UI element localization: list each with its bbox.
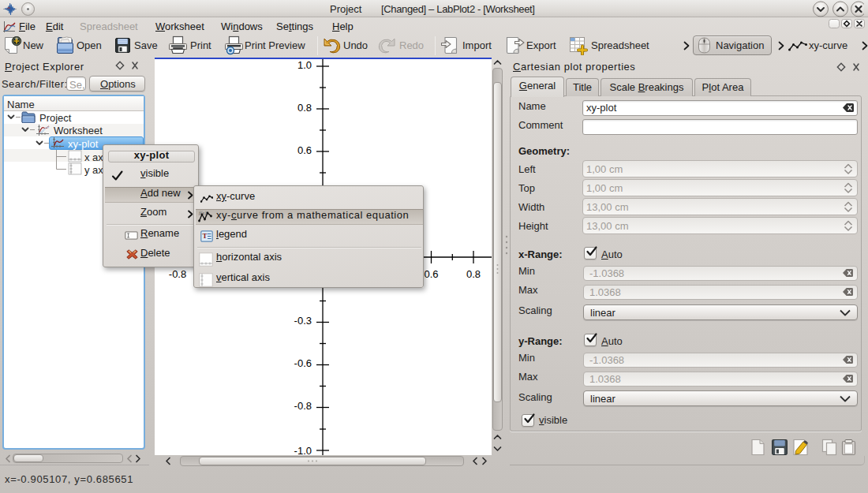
svg-text:-0.6: -0.6 <box>294 357 312 369</box>
svg-text:-0.3: -0.3 <box>294 315 312 327</box>
svg-text:0.8: 0.8 <box>297 102 312 114</box>
svg-text:1.0: 1.0 <box>297 59 312 71</box>
svg-text:-0.8: -0.8 <box>169 268 186 280</box>
svg-text:-1.0: -1.0 <box>294 445 312 455</box>
svg-text:0.6: 0.6 <box>424 268 438 280</box>
svg-text:T: T <box>203 232 208 240</box>
svg-text:-0.8: -0.8 <box>294 400 312 412</box>
svg-text:0.8: 0.8 <box>466 268 481 280</box>
svg-text:0.6: 0.6 <box>297 144 312 156</box>
